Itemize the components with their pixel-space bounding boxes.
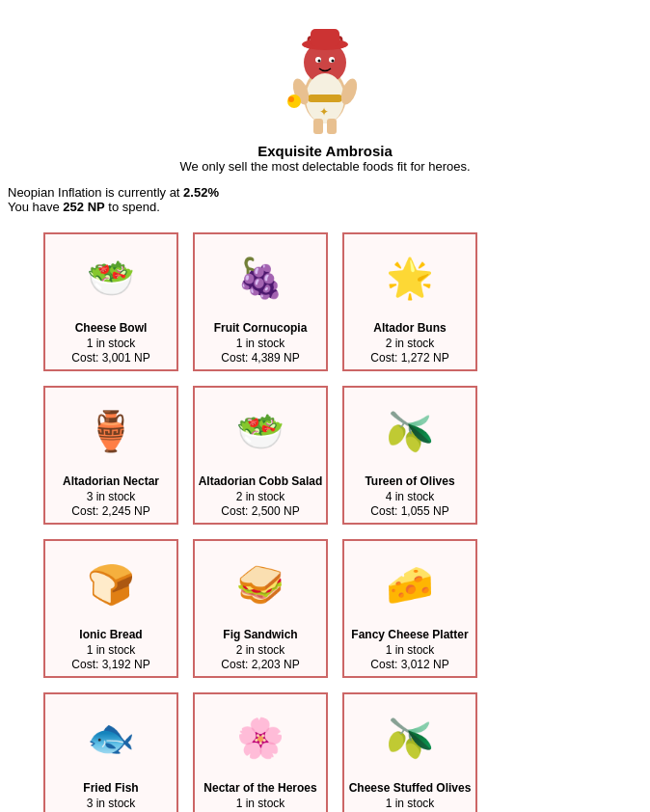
item-icon: 🍇 [222,239,299,316]
item-stock: 3 in stock [48,490,174,503]
item-stock: 2 in stock [198,490,323,503]
items-grid: 🥗Cheese Bowl1 in stockCost: 3,001 NP🍇Fru… [0,228,650,812]
item-stock: 1 in stock [198,797,323,810]
item-cost: Cost: 3,001 NP [48,351,174,365]
item-name: Fried Fish [48,781,174,795]
item-cell[interactable]: 🧀Fancy Cheese Platter1 in stockCost: 3,0… [342,539,477,678]
item-cell[interactable]: 🌸Nectar of the Heroes1 in stockCost: 4,8… [193,692,328,812]
inflation-label: Neopian Inflation is currently at [8,185,183,200]
svg-rect-16 [327,119,337,134]
item-icon: 🍞 [72,546,149,623]
item-name: Altadorian Nectar [48,474,174,488]
spend-amount: 252 NP [63,200,104,214]
item-name: Altadorian Cobb Salad [198,474,323,488]
spend-suffix: to spend. [105,200,160,214]
item-name: Tureen of Olives [347,474,473,488]
item-cell[interactable]: 🥪Fig Sandwich2 in stockCost: 2,203 NP [193,539,328,678]
item-name: Cheese Bowl [48,321,174,335]
item-stock: 2 in stock [347,337,473,350]
svg-point-4 [318,60,321,63]
item-icon: 🥪 [222,546,299,623]
item-cost: Cost: 2,245 NP [48,504,174,518]
svg-rect-7 [308,95,342,102]
item-stock: 4 in stock [347,490,473,503]
item-name: Altador Buns [347,321,473,335]
item-name: Fruit Cornucopia [198,321,323,335]
inflation-rate: 2.52% [183,185,219,200]
item-stock: 1 in stock [48,643,174,657]
svg-rect-13 [311,29,339,46]
item-cell[interactable]: 🍞Ionic Bread1 in stockCost: 3,192 NP [43,539,178,678]
shop-subtitle: We only sell the most delectable foods f… [0,159,650,174]
item-cost: Cost: 1,272 NP [347,351,473,365]
item-icon: 🧀 [371,546,448,623]
item-cost: Cost: 2,500 NP [198,504,323,518]
item-icon: 🌸 [222,699,299,776]
shop-name-text: Exquisite Ambrosia [257,143,392,159]
item-cost: Cost: 2,203 NP [198,658,323,671]
item-cell[interactable]: 🐟Fried Fish3 in stockCost: 1,717 NP [43,692,178,812]
item-name: Fancy Cheese Platter [347,628,473,641]
item-name: Cheese Stuffed Olives [347,781,473,795]
item-stock: 3 in stock [48,797,174,810]
svg-point-5 [332,60,335,63]
inflation-info: Neopian Inflation is currently at 2.52% … [0,181,650,218]
item-icon: 🏺 [72,392,149,470]
item-stock: 1 in stock [347,797,473,810]
svg-rect-15 [313,119,323,134]
item-name: Ionic Bread [48,628,174,641]
item-cell[interactable]: 🥗Altadorian Cobb Salad2 in stockCost: 2,… [193,386,328,525]
item-cell[interactable]: 🥗Cheese Bowl1 in stockCost: 3,001 NP [43,232,178,371]
item-icon: 🫒 [371,699,448,776]
item-cost: Cost: 3,012 NP [347,658,473,671]
item-icon: 🥗 [72,239,149,316]
item-cost: Cost: 3,192 NP [48,658,174,671]
item-stock: 2 in stock [198,643,323,657]
item-cost: Cost: 1,055 NP [347,504,473,518]
item-icon: 🌟 [371,239,448,316]
shop-subtitle-text: We only sell the most delectable foods f… [179,159,470,174]
item-icon: 🐟 [72,699,149,776]
shop-title: Exquisite Ambrosia [0,143,650,159]
item-stock: 1 in stock [48,337,174,350]
item-cost: Cost: 4,389 NP [198,351,323,365]
item-icon: 🫒 [371,392,448,470]
item-name: Fig Sandwich [198,628,323,641]
svg-point-11 [288,96,294,102]
item-cell[interactable]: 🍇Fruit Cornucopia1 in stockCost: 4,389 N… [193,232,328,371]
item-name: Nectar of the Heroes [198,781,323,795]
item-stock: 1 in stock [198,337,323,350]
item-cell[interactable]: 🫒Cheese Stuffed Olives1 in stockCost: 1,… [342,692,477,812]
item-cell[interactable]: 🌟Altador Buns2 in stockCost: 1,272 NP [342,232,477,371]
spend-label: You have [8,200,63,214]
item-cell[interactable]: 🫒Tureen of Olives4 in stockCost: 1,055 N… [342,386,477,525]
mascot-svg: ✦ [277,10,373,135]
item-stock: 1 in stock [347,643,473,657]
mascot-area: ✦ [0,0,650,138]
item-icon: 🥗 [222,392,299,470]
item-cell[interactable]: 🏺Altadorian Nectar3 in stockCost: 2,245 … [43,386,178,525]
svg-text:✦: ✦ [319,105,329,119]
